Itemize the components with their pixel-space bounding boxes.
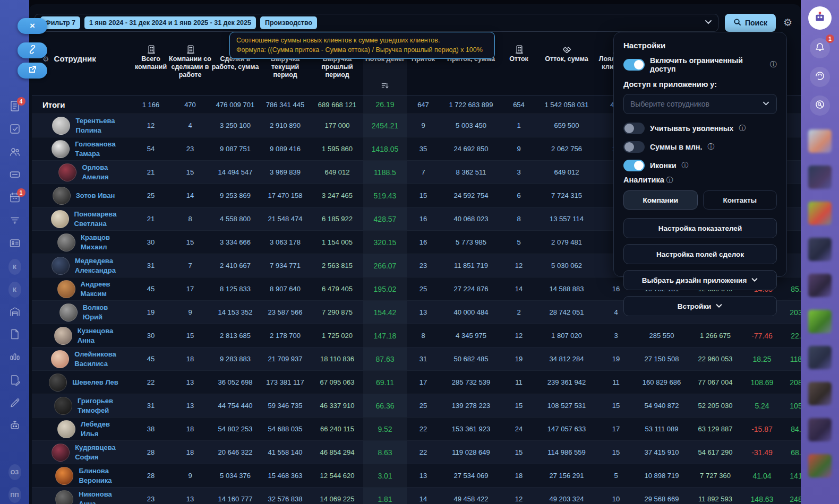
table-cell: 208 [783,371,801,394]
close-icon: × [30,21,35,31]
employee-name[interactable]: НиконоваАнна [79,490,112,504]
sidebar-item-signal[interactable] [8,215,21,228]
choose-design-button[interactable]: Выбрать дизайн приложения [623,270,777,290]
employee-name[interactable]: КравцовМихаил [81,233,110,251]
notifications-button[interactable]: 1 [810,38,830,58]
assistant-bot-avatar[interactable] [808,6,832,30]
column-header-1[interactable]: Всего компаний [133,40,169,95]
employee-cell: Шевелев Лев [32,371,133,394]
table-cell: 8 [502,207,535,230]
pinned-thumbnail[interactable] [808,202,832,225]
pinned-thumbnail[interactable] [808,346,832,369]
column-header-10[interactable]: Отток, сумма [535,40,598,95]
table-row[interactable]: НиконоваАнна231314 160 77732 576 83814 0… [32,488,801,504]
pinned-thumbnail[interactable] [808,454,832,477]
table-cell: 9 087 751 [211,137,259,160]
table-cell: 195.02 [363,277,407,300]
table-cell: 5 [502,231,535,254]
employee-name[interactable]: ВолковЮрий [83,303,108,321]
chevron-down-icon[interactable] [704,18,713,28]
sort-desc-icon[interactable] [381,82,389,92]
employee-name[interactable]: ТерентьеваПолина [75,116,115,135]
sidebar-item-file-edit[interactable] [8,375,21,387]
table-row[interactable]: БлиноваВероника2895 034 37615 468 36312 … [32,464,801,488]
sidebar-item-tasks[interactable] [8,124,21,136]
table-cell: 105 [783,394,801,417]
employee-name[interactable]: МедведеваАлександра [75,256,116,275]
restricted-access-toggle[interactable] [623,59,645,71]
employee-name[interactable]: КузнецоваАнна [78,326,114,345]
employee-name[interactable]: ЛебедевИлья [81,420,110,438]
pinned-thumbnail[interactable] [808,129,832,153]
icons-toggle[interactable] [623,160,645,171]
employee-select[interactable]: Выберите сотрудников [623,94,777,114]
sidebar-item-documents[interactable]: 4 [8,101,21,114]
tab-contacts[interactable]: Контакты [703,190,777,210]
sidebar-item-pencil[interactable] [8,397,21,410]
indicators-settings-button[interactable]: Настройка показателей [623,218,777,238]
open-external-button[interactable] [18,63,47,79]
settings-gear-icon[interactable]: ⚙ [783,18,792,28]
pinned-thumbnail[interactable] [808,418,832,441]
employee-name[interactable]: Шевелев Лев [72,378,118,387]
sums-in-millions-toggle[interactable] [623,141,645,153]
info-icon[interactable]: ⓘ [770,60,777,69]
sidebar-item-calendar[interactable]: 1 [8,192,21,205]
avatar [57,280,75,298]
sidebar-item-bot[interactable] [8,420,21,433]
table-row[interactable]: ОлейниковаВасилиса45189 283 88321 709 93… [32,347,801,371]
table-row[interactable]: КузнецоваАнна30152 813 6852 178 7001 725… [32,324,801,347]
employee-name[interactable]: ПономареваСветлана [74,210,117,228]
column-header-2[interactable]: Компании со сделками в работе [169,40,211,95]
sidebar-item-pp-app[interactable]: ПП [8,489,21,501]
employee-name[interactable]: Зотов Иван [76,191,115,201]
menu-hamburger-icon[interactable] [9,5,21,18]
table-row[interactable]: ГригорьевТимофей311344 754 44059 346 735… [32,394,801,418]
info-icon[interactable]: ⓘ [682,161,689,170]
close-panel-button[interactable]: × [18,18,47,34]
totals-cell: 689 668 121 [311,95,363,114]
tab-companies[interactable]: Компании [623,190,698,210]
employee-name[interactable]: БлиноваВероника [79,466,112,485]
sidebar-item-k-app-1[interactable]: К [8,260,21,273]
pinned-thumbnail[interactable] [808,166,832,189]
sidebar-item-analytics[interactable] [8,352,21,364]
table-row[interactable]: ЛебедевИлья381854 802 25354 688 03566 24… [32,418,801,441]
table-cell: 24 [502,418,535,440]
pinned-thumbnail[interactable] [808,382,832,405]
employee-name[interactable]: ГригорьевТимофей [78,396,113,415]
employee-name[interactable]: ОлейниковаВасилиса [74,350,116,368]
employee-name[interactable]: ГоловановаТамара [75,140,115,158]
pinned-thumbnail[interactable] [808,310,832,333]
info-icon[interactable]: ⓘ [739,124,746,133]
link-button[interactable] [18,42,47,58]
column-header-9[interactable]: Отток [502,40,535,95]
table-row[interactable]: Шевелев Лев221336 052 698173 381 11767 0… [32,371,801,394]
pinned-thumbnail[interactable] [808,238,832,261]
spiral-button[interactable] [810,67,830,87]
embeds-button[interactable]: Встройки [623,296,777,316]
sidebar-item-contacts-card[interactable] [8,238,21,250]
info-icon[interactable]: ⓘ [666,176,673,184]
filter-bar[interactable]: Фильтр 7 1 янв 2024 - 31 дек 2024 и 1 ян… [35,14,718,32]
info-icon[interactable]: ⓘ [707,142,714,152]
sidebar-item-team[interactable] [8,146,21,159]
sidebar-item-oz-app[interactable]: ОЗ [8,466,21,479]
category-chip[interactable]: Производство [260,16,317,29]
sidebar-item-archive[interactable] [8,306,21,319]
include-fired-toggle[interactable] [623,123,645,134]
employee-name[interactable]: КудрявцеваСофия [75,443,116,462]
sidebar-item-code[interactable] [8,443,21,456]
pinned-thumbnail[interactable] [808,274,832,297]
scan-search-button[interactable] [810,95,830,116]
sidebar-item-inbox[interactable] [8,169,21,182]
employee-cell: НиконоваАнна [32,488,133,504]
employee-name[interactable]: ОрловаАмелия [82,163,108,181]
employee-name[interactable]: АндреевМаксим [81,280,110,298]
date-range-chip[interactable]: 1 янв 2024 - 31 дек 2024 и 1 янв 2025 - … [84,16,256,29]
table-row[interactable]: КудрявцеваСофия281820 646 32241 558 1404… [32,441,801,464]
sidebar-item-k-app-2[interactable]: К [8,283,21,296]
sidebar-item-file[interactable] [8,329,21,342]
search-button[interactable]: Поиск [725,14,776,32]
deal-fields-settings-button[interactable]: Настройка полей сделок [623,244,777,264]
